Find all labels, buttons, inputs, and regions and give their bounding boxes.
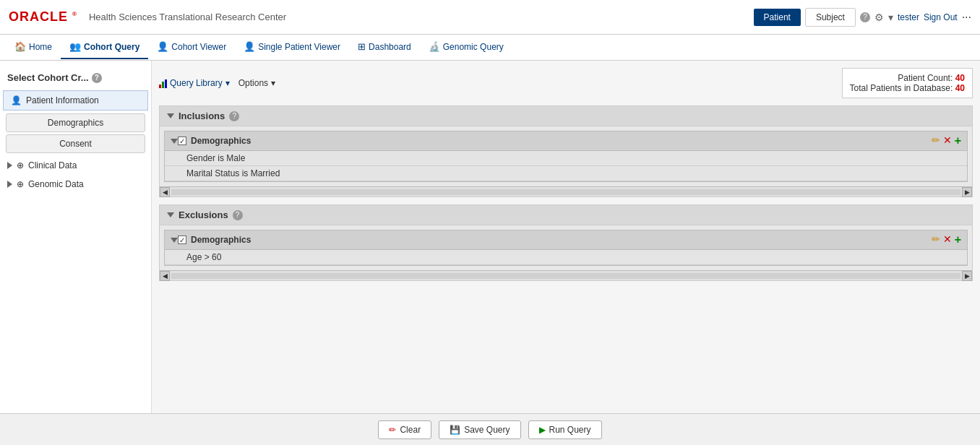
patient-count-box: Patient Count: 40 Total Patients in Data…	[842, 68, 973, 98]
sidebar-help-icon[interactable]: ?	[92, 73, 102, 83]
dashboard-icon: ⊞	[358, 41, 366, 52]
save-icon: 💾	[450, 425, 460, 435]
inclusions-group-actions: ✏ ✕ +	[932, 134, 961, 147]
tab-dashboard[interactable]: ⊞ Dashboard	[349, 35, 420, 59]
clear-button[interactable]: ✏ Clear	[378, 420, 431, 439]
content-header: Query Library ▾ Options ▾ Patient Count:…	[159, 68, 973, 98]
demographics-button[interactable]: Demographics	[6, 113, 145, 132]
patient-icon: 👤	[11, 95, 22, 105]
triangle-right-icon	[7, 162, 12, 169]
add-icon[interactable]: +	[955, 134, 961, 147]
cohort-query-icon: 👥	[69, 41, 81, 52]
bottom-toolbar: ✏ Clear 💾 Save Query ▶ Run Query	[0, 413, 980, 445]
header-right: Patient Subject ? ⚙ ▾ tester Sign Out ··…	[754, 8, 971, 27]
clinical-data-item[interactable]: ⊕ Clinical Data	[0, 156, 151, 175]
save-query-button[interactable]: 💾 Save Query	[439, 420, 520, 439]
single-patient-icon: 👤	[244, 41, 255, 52]
query-library-button[interactable]: Query Library ▾	[159, 78, 230, 88]
inclusions-help-icon[interactable]: ?	[229, 111, 239, 121]
scroll-track[interactable]	[171, 189, 960, 195]
delete-icon[interactable]: ✕	[943, 134, 952, 147]
exclusions-add-icon[interactable]: +	[955, 233, 961, 246]
inclusions-panel: Inclusions ? ✓ Demographics ✏ ✕ + Gender…	[159, 105, 973, 197]
app-title: Health Sciences Translational Research C…	[89, 12, 754, 22]
exclusions-row-1: Age > 60	[165, 250, 967, 265]
patient-information-header[interactable]: 👤 Patient Information	[3, 90, 148, 111]
tab-cohort-viewer[interactable]: 👤 Cohort Viewer	[148, 35, 235, 59]
query-library-dropdown-icon: ▾	[225, 78, 230, 88]
group-collapse-icon[interactable]	[171, 139, 178, 144]
help-icon[interactable]: ?	[860, 12, 870, 22]
run-query-button[interactable]: ▶ Run Query	[528, 420, 602, 439]
genomic-query-icon: 🔬	[429, 41, 440, 52]
inclusions-collapse-icon[interactable]	[167, 113, 174, 118]
subject-button[interactable]: Subject	[805, 8, 856, 27]
settings-dropdown-icon[interactable]: ▾	[888, 12, 893, 23]
inclusions-header: Inclusions ?	[160, 106, 972, 126]
exclusions-help-icon[interactable]: ?	[233, 210, 243, 220]
content-area: Query Library ▾ Options ▾ Patient Count:…	[152, 61, 980, 445]
scroll-left-icon[interactable]: ◀	[160, 187, 170, 197]
tab-home[interactable]: 🏠 Home	[6, 35, 61, 59]
more-icon[interactable]: ···	[962, 11, 971, 24]
options-button[interactable]: Options ▾	[238, 78, 275, 88]
inclusions-row-2: Marital Status is Married	[165, 166, 967, 181]
clinical-data-icon: ⊕	[17, 160, 24, 170]
inclusions-demographics-group: ✓ Demographics ✏ ✕ + Gender is Male Mari…	[164, 131, 968, 182]
sidebar-title: Select Cohort Cr... ?	[0, 68, 151, 90]
inclusions-checkbox[interactable]: ✓	[178, 137, 186, 145]
options-dropdown-icon: ▾	[271, 78, 275, 88]
tab-single-patient-viewer[interactable]: 👤 Single Patient Viewer	[235, 35, 349, 59]
run-icon: ▶	[539, 425, 546, 435]
exclusions-checkbox[interactable]: ✓	[178, 236, 186, 244]
main-container: Select Cohort Cr... ? 👤 Patient Informat…	[0, 61, 980, 445]
username-label[interactable]: tester	[898, 12, 919, 22]
exclusions-scroll-left-icon[interactable]: ◀	[160, 271, 170, 281]
settings-icon[interactable]: ⚙	[874, 12, 884, 23]
exclusions-scroll-right-icon[interactable]: ▶	[962, 271, 972, 281]
inclusions-group-header: ✓ Demographics ✏ ✕ +	[165, 131, 967, 151]
exclusions-group-header: ✓ Demographics ✏ ✕ +	[165, 230, 967, 250]
exclusions-group-actions: ✏ ✕ +	[932, 233, 961, 246]
exclusions-collapse-icon[interactable]	[167, 212, 174, 217]
exclusions-scroll-track[interactable]	[171, 273, 960, 279]
genomic-data-icon: ⊕	[17, 179, 24, 189]
inclusions-scrollbar[interactable]: ◀ ▶	[160, 186, 972, 196]
consent-button[interactable]: Consent	[6, 134, 145, 153]
triangle-right-icon-2	[7, 181, 12, 188]
edit-icon[interactable]: ✏	[932, 134, 940, 147]
oracle-logo: ORACLE ®	[9, 9, 77, 25]
tab-cohort-query[interactable]: 👥 Cohort Query	[61, 35, 148, 59]
exclusions-demographics-group: ✓ Demographics ✏ ✕ + Age > 60	[164, 230, 968, 266]
sidebar-section-patient-info: 👤 Patient Information Demographics Conse…	[0, 90, 151, 153]
clear-icon: ✏	[389, 425, 396, 435]
nav-tabs: 🏠 Home 👥 Cohort Query 👤 Cohort Viewer 👤 …	[0, 35, 980, 61]
home-icon: 🏠	[14, 41, 26, 52]
scroll-right-icon[interactable]: ▶	[962, 187, 972, 197]
header: ORACLE ® Health Sciences Translational R…	[0, 0, 980, 35]
exclusions-group-collapse-icon[interactable]	[171, 238, 178, 243]
exclusions-edit-icon[interactable]: ✏	[932, 233, 940, 246]
exclusions-header: Exclusions ?	[160, 205, 972, 225]
genomic-data-item[interactable]: ⊕ Genomic Data	[0, 175, 151, 194]
bar-chart-icon	[159, 78, 167, 88]
exclusions-delete-icon[interactable]: ✕	[943, 233, 952, 246]
signout-link[interactable]: Sign Out	[924, 12, 958, 22]
cohort-viewer-icon: 👤	[157, 41, 168, 52]
inclusions-row-1: Gender is Male	[165, 151, 967, 166]
sidebar: Select Cohort Cr... ? 👤 Patient Informat…	[0, 61, 152, 445]
exclusions-panel: Exclusions ? ✓ Demographics ✏ ✕ + Age > …	[159, 204, 973, 281]
exclusions-scrollbar[interactable]: ◀ ▶	[160, 270, 972, 280]
tab-genomic-query[interactable]: 🔬 Genomic Query	[420, 35, 512, 59]
patient-button[interactable]: Patient	[754, 9, 801, 26]
